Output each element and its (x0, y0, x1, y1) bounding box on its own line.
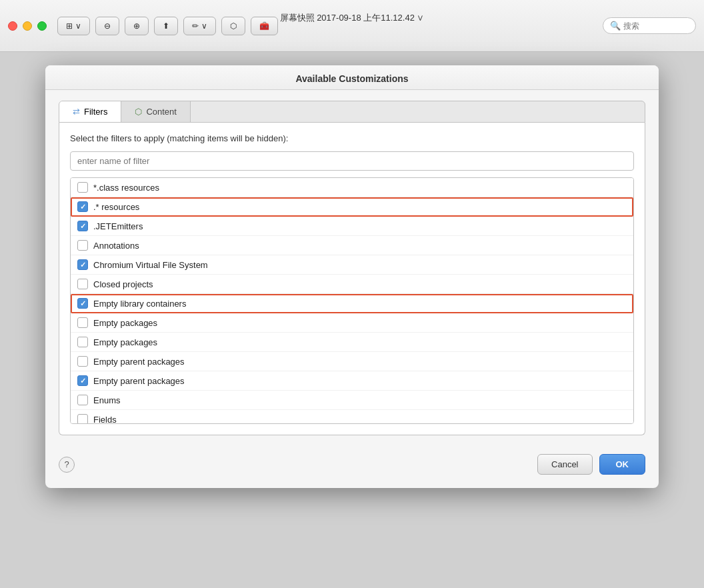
filter-item-empty-packages-1[interactable]: Empty packages (71, 313, 633, 333)
search-box[interactable]: 🔍 (603, 17, 696, 34)
filter-item-empty-parent-packages-2[interactable]: Empty parent packages (71, 371, 633, 391)
sidebar-toggle-button[interactable]: ⊞ ∨ (57, 17, 90, 35)
layers-icon: ⬡ (230, 21, 237, 31)
search-input[interactable] (623, 21, 689, 31)
checkbox-empty-parent-packages-2[interactable] (77, 375, 88, 386)
tab-content[interactable]: ⬡ Content (121, 101, 191, 122)
tab-filters[interactable]: ⇄ Filters (59, 101, 121, 122)
filter-item-dot-resources[interactable]: .* resources (71, 197, 633, 217)
filter-item-enums[interactable]: Enums (71, 391, 633, 410)
filter-search-input[interactable] (70, 151, 634, 171)
filters-panel: Select the filters to apply (matching it… (59, 123, 645, 435)
filter-label-empty-parent-packages-2: Empty parent packages (93, 376, 185, 386)
zoom-in-button[interactable]: ⊕ (125, 17, 149, 35)
traffic-lights (8, 21, 47, 31)
checkbox-dot-resources[interactable] (77, 201, 88, 212)
filter-item-empty-packages-2[interactable]: Empty packages (71, 333, 633, 352)
filter-list: *.class resources.* resources.JETEmitter… (70, 177, 634, 424)
filter-item-empty-library-containers[interactable]: Empty library containers (71, 294, 633, 313)
edit-icon: ✏ (192, 21, 199, 31)
checkbox-empty-packages-2[interactable] (77, 337, 88, 347)
filters-tab-icon: ⇄ (73, 107, 80, 117)
checkbox-annotations[interactable] (77, 240, 88, 251)
maximize-button[interactable] (37, 21, 47, 31)
filter-item-empty-parent-packages-1[interactable]: Empty parent packages (71, 352, 633, 371)
filter-label-empty-parent-packages-1: Empty parent packages (93, 357, 185, 367)
filter-item-annotations[interactable]: Annotations (71, 236, 633, 255)
content-tab-icon: ⬡ (135, 107, 142, 117)
filter-label-empty-library-containers: Empty library containers (93, 299, 186, 309)
filter-label-closed-projects: Closed projects (93, 279, 153, 289)
filter-label-chromium-vfs: Chromium Virtual File System (93, 260, 208, 270)
filter-label-fields: Fields (93, 415, 117, 425)
checkbox-enums[interactable] (77, 395, 88, 405)
zoom-out-button[interactable]: ⊖ (95, 17, 119, 35)
ok-button[interactable]: OK (599, 454, 646, 475)
layers-button[interactable]: ⬡ (221, 17, 245, 35)
window-title: 屏幕快照 2017-09-18 上午11.12.42 ∨ (280, 12, 425, 24)
sidebar-chevron-icon: ∨ (75, 21, 81, 31)
zoom-out-icon: ⊖ (104, 21, 111, 31)
close-button[interactable] (8, 21, 17, 31)
zoom-in-icon: ⊕ (133, 21, 140, 31)
cancel-button[interactable]: Cancel (537, 454, 592, 475)
tab-bar: ⇄ Filters ⬡ Content (59, 101, 645, 123)
tools-button[interactable]: 🧰 (251, 17, 278, 35)
checkbox-chromium-vfs[interactable] (77, 259, 88, 270)
checkbox-jet-emitters[interactable] (77, 221, 88, 231)
dialog-footer: ? Cancel OK (45, 446, 659, 475)
filter-label-jet-emitters: .JETEmitters (93, 221, 143, 231)
filter-label-class-resources: *.class resources (93, 183, 159, 193)
checkbox-empty-parent-packages-1[interactable] (77, 356, 88, 367)
share-button[interactable]: ⬆ (154, 17, 178, 35)
panel-description: Select the filters to apply (matching it… (70, 133, 634, 143)
filter-label-empty-packages-2: Empty packages (93, 337, 157, 347)
dialog-body: ⇄ Filters ⬡ Content Select the filters t… (45, 90, 659, 446)
checkbox-empty-library-containers[interactable] (77, 298, 88, 309)
filter-item-closed-projects[interactable]: Closed projects (71, 275, 633, 294)
filter-label-empty-packages-1: Empty packages (93, 318, 157, 328)
filter-item-jet-emitters[interactable]: .JETEmitters (71, 217, 633, 236)
toolbar: ⊞ ∨ ⊖ ⊕ ⬆ ✏ ∨ ⬡ 🧰 屏幕快照 2017-09-18 上午11.1… (0, 0, 704, 52)
filter-label-annotations: Annotations (93, 241, 139, 251)
filter-item-class-resources[interactable]: *.class resources (71, 178, 633, 197)
checkbox-fields[interactable] (77, 414, 88, 424)
search-icon: 🔍 (610, 21, 621, 31)
sidebar-icon: ⊞ (66, 21, 73, 31)
edit-button[interactable]: ✏ ∨ (183, 17, 216, 35)
filter-label-dot-resources: .* resources (93, 202, 139, 212)
help-button[interactable]: ? (59, 457, 75, 473)
edit-chevron-icon: ∨ (201, 21, 207, 31)
dialog-title: Available Customizations (45, 65, 659, 90)
filter-label-enums: Enums (93, 395, 120, 405)
tools-icon: 🧰 (259, 21, 269, 31)
dialog-overlay: Available Customizations ⇄ Filters ⬡ Con… (0, 52, 704, 588)
filter-item-fields[interactable]: Fields (71, 410, 633, 424)
share-icon: ⬆ (163, 21, 169, 31)
minimize-button[interactable] (23, 21, 32, 31)
checkbox-empty-packages-1[interactable] (77, 317, 88, 328)
filter-item-chromium-vfs[interactable]: Chromium Virtual File System (71, 255, 633, 275)
checkbox-closed-projects[interactable] (77, 279, 88, 289)
checkbox-class-resources[interactable] (77, 182, 88, 193)
available-customizations-dialog: Available Customizations ⇄ Filters ⬡ Con… (45, 65, 659, 488)
